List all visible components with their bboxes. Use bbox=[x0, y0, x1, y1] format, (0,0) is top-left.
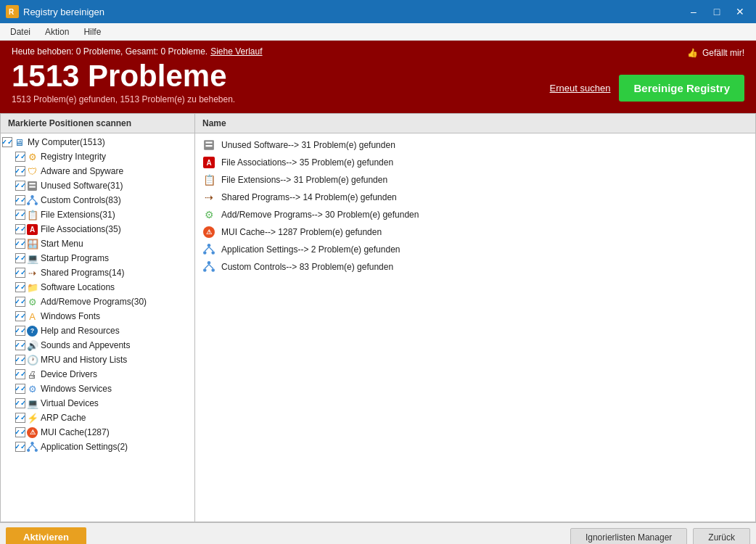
problem-count: 1513 Probleme bbox=[12, 59, 235, 93]
svg-point-6 bbox=[27, 202, 30, 205]
checkbox[interactable]: ✓ bbox=[15, 340, 25, 350]
list-item[interactable]: ✓AWindows Fonts bbox=[1, 309, 194, 323]
item-label: My Computer(1513) bbox=[28, 137, 192, 147]
close-button[interactable]: ✕ bbox=[730, 4, 750, 19]
svg-point-20 bbox=[211, 251, 215, 255]
list-item[interactable]: ✓🔊Sounds and Appevents bbox=[1, 338, 194, 353]
left-panel-list[interactable]: ✓🖥My Computer(1513)✓⚙Registry Integrity✓… bbox=[1, 133, 194, 522]
list-item[interactable]: ✓🕐MRU and History Lists bbox=[1, 353, 194, 367]
checkbox[interactable]: ✓ bbox=[15, 297, 25, 307]
right-list-item[interactable]: ⚙Add/Remove Programs--> 30 Problem(e) ge… bbox=[195, 206, 755, 223]
activate-button[interactable]: Aktivieren bbox=[6, 527, 86, 544]
checkbox[interactable]: ✓ bbox=[15, 442, 25, 452]
item-label: Application Settings(2) bbox=[41, 442, 192, 452]
assoc-icon: A bbox=[27, 224, 38, 235]
addremove-icon: ⚙ bbox=[27, 297, 38, 308]
checkbox[interactable]: ✓ bbox=[15, 311, 25, 321]
list-item[interactable]: ✓🪟Start Menu bbox=[1, 236, 194, 251]
item-label: Software Locations bbox=[41, 282, 192, 292]
virtual-icon: 💻 bbox=[27, 398, 38, 409]
list-item[interactable]: ✓⚡ARP Cache bbox=[1, 411, 194, 425]
checkbox[interactable]: ✓ bbox=[15, 239, 25, 249]
left-panel: Markierte Positionen scannen ✓🖥My Comput… bbox=[1, 114, 195, 522]
right-list-item[interactable]: Unused Software--> 31 Problem(e) gefunde… bbox=[195, 136, 755, 154]
checkbox[interactable]: ✓ bbox=[15, 152, 25, 162]
header-actions: Erneut suchen Bereinige Registry bbox=[550, 75, 744, 104]
right-list-item[interactable]: ⚠MUI Cache--> 1287 Problem(e) gefunden bbox=[195, 223, 755, 241]
list-item[interactable]: ✓🖨Device Drivers bbox=[1, 367, 194, 382]
list-item[interactable]: ✓Unused Software(31) bbox=[1, 178, 194, 193]
right-list-item[interactable]: ⇢Shared Programs--> 14 Problem(e) gefund… bbox=[195, 189, 755, 206]
mru-icon: 🕐 bbox=[27, 355, 38, 366]
item-label: Shared Programs(14) bbox=[41, 268, 192, 278]
menu-hilfe[interactable]: Hilfe bbox=[76, 25, 108, 38]
ignore-manager-button[interactable]: Ignorierlisten Manager bbox=[570, 528, 687, 544]
svg-point-24 bbox=[203, 268, 207, 272]
item-label: Device Drivers bbox=[41, 369, 192, 379]
list-item[interactable]: ✓💻Startup Programs bbox=[1, 251, 194, 265]
assoc-right-icon: A bbox=[202, 156, 215, 169]
checkbox[interactable]: ✓ bbox=[15, 166, 25, 176]
checkbox[interactable]: ✓ bbox=[15, 282, 25, 292]
checkbox[interactable]: ✓ bbox=[15, 253, 25, 263]
menu-aktion[interactable]: Aktion bbox=[38, 25, 76, 38]
right-list-item[interactable]: Custom Controls--> 83 Problem(e) gefunde… bbox=[195, 258, 755, 276]
svg-line-13 bbox=[28, 445, 32, 448]
list-item[interactable]: ✓🛡Adware and Spyware bbox=[1, 164, 194, 178]
checkbox[interactable]: ✓ bbox=[15, 268, 25, 278]
right-list-item[interactable]: AFile Associations--> 35 Problem(e) gefu… bbox=[195, 154, 755, 171]
checkbox[interactable]: ✓ bbox=[15, 398, 25, 408]
right-panel-list: Unused Software--> 31 Problem(e) gefunde… bbox=[195, 133, 755, 522]
list-item[interactable]: ✓💻Virtual Devices bbox=[1, 396, 194, 411]
list-item[interactable]: ✓⚙Registry Integrity bbox=[1, 149, 194, 164]
checkbox[interactable]: ✓ bbox=[15, 326, 25, 336]
list-item[interactable]: ✓?Help and Resources bbox=[1, 323, 194, 338]
right-list-item[interactable]: 📋File Extensions--> 31 Problem(e) gefund… bbox=[195, 171, 755, 189]
list-item[interactable]: ✓⇢Shared Programs(14) bbox=[1, 265, 194, 280]
minimize-button[interactable]: – bbox=[683, 4, 704, 19]
list-item[interactable]: ✓📁Software Locations bbox=[1, 280, 194, 294]
history-link[interactable]: Siehe Verlauf bbox=[210, 46, 262, 57]
checkbox[interactable]: ✓ bbox=[15, 369, 25, 379]
svg-rect-16 bbox=[205, 142, 212, 144]
right-list-item[interactable]: Application Settings--> 2 Problem(e) gef… bbox=[195, 241, 755, 258]
list-item[interactable]: ✓🖥My Computer(1513) bbox=[1, 135, 194, 149]
svg-rect-17 bbox=[205, 145, 212, 147]
item-label: Unused Software(31) bbox=[41, 181, 192, 191]
footer: Aktivieren Ignorierlisten Manager Zurück bbox=[0, 522, 756, 544]
list-item[interactable]: ✓⚠MUI Cache(1287) bbox=[1, 425, 194, 440]
checkbox[interactable]: ✓ bbox=[2, 137, 12, 147]
like-button[interactable]: 👍 Gefällt mir! bbox=[687, 48, 744, 58]
menu-datei[interactable]: Datei bbox=[3, 25, 38, 38]
checkbox[interactable]: ✓ bbox=[15, 224, 25, 234]
list-item[interactable]: ✓AFile Associations(35) bbox=[1, 222, 194, 236]
thumb-icon: 👍 bbox=[687, 48, 698, 58]
right-panel: Name Unused Software--> 31 Problem(e) ge… bbox=[195, 114, 755, 522]
checkbox[interactable]: ✓ bbox=[15, 210, 25, 220]
checkbox[interactable]: ✓ bbox=[15, 195, 25, 205]
checkbox[interactable]: ✓ bbox=[15, 427, 25, 437]
list-item[interactable]: ✓Application Settings(2) bbox=[1, 440, 194, 454]
item-label: Adware and Spyware bbox=[41, 166, 192, 176]
checkbox[interactable]: ✓ bbox=[15, 384, 25, 394]
checkbox[interactable]: ✓ bbox=[15, 355, 25, 365]
checkbox[interactable]: ✓ bbox=[15, 413, 25, 423]
main-area: Markierte Positionen scannen ✓🖥My Comput… bbox=[0, 113, 756, 522]
back-button[interactable]: Zurück bbox=[693, 528, 750, 544]
custom-right-icon bbox=[202, 260, 215, 273]
list-item[interactable]: ✓⚙Windows Services bbox=[1, 382, 194, 396]
checkbox[interactable]: ✓ bbox=[15, 181, 25, 191]
maximize-button[interactable]: □ bbox=[707, 4, 727, 19]
app-icon: R bbox=[6, 5, 19, 18]
clean-registry-button[interactable]: Bereinige Registry bbox=[619, 75, 744, 102]
list-item[interactable]: ✓Custom Controls(83) bbox=[1, 193, 194, 207]
list-item[interactable]: ✓⚙Add/Remove Programs(30) bbox=[1, 294, 194, 309]
appsettings-right-icon bbox=[202, 243, 215, 256]
startup-icon: 💻 bbox=[27, 253, 38, 264]
rescan-link[interactable]: Erneut suchen bbox=[550, 83, 611, 94]
problem-info: 1513 Probleme 1513 Problem(e) gefunden, … bbox=[12, 59, 235, 104]
software-icon: 📁 bbox=[27, 282, 38, 293]
svg-point-10 bbox=[30, 442, 33, 445]
item-label: Virtual Devices bbox=[41, 398, 192, 408]
list-item[interactable]: ✓📋File Extensions(31) bbox=[1, 207, 194, 222]
